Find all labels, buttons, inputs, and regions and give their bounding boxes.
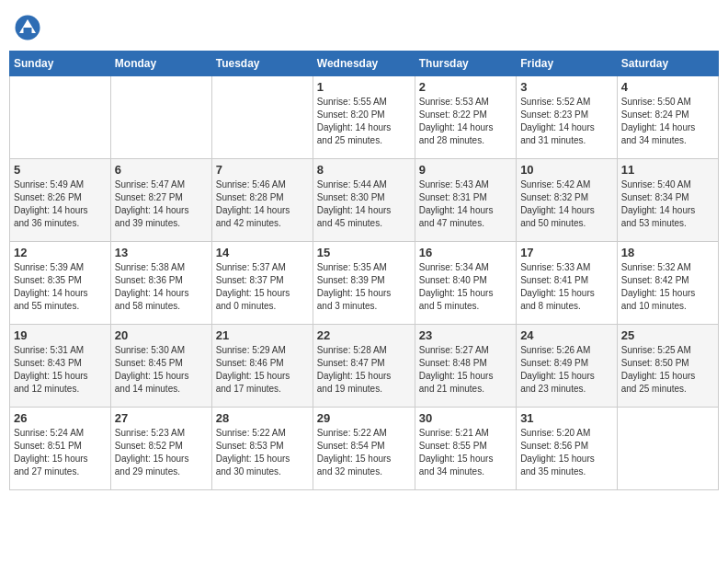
calendar-day-29: 29Sunrise: 5:22 AM Sunset: 8:54 PM Dayli…	[313, 408, 415, 490]
calendar-week-row: 19Sunrise: 5:31 AM Sunset: 8:43 PM Dayli…	[10, 325, 719, 408]
day-number: 27	[115, 411, 208, 425]
day-info: Sunrise: 5:38 AM Sunset: 8:36 PM Dayligh…	[115, 261, 208, 313]
calendar-day-22: 22Sunrise: 5:28 AM Sunset: 8:47 PM Dayli…	[313, 325, 415, 408]
calendar-day-20: 20Sunrise: 5:30 AM Sunset: 8:45 PM Dayli…	[110, 325, 211, 408]
day-info: Sunrise: 5:43 AM Sunset: 8:31 PM Dayligh…	[419, 178, 512, 230]
day-number: 24	[520, 328, 613, 342]
day-number: 14	[216, 246, 309, 259]
day-info: Sunrise: 5:34 AM Sunset: 8:40 PM Dayligh…	[419, 261, 512, 313]
calendar-empty-cell	[10, 76, 111, 159]
day-info: Sunrise: 5:31 AM Sunset: 8:43 PM Dayligh…	[14, 344, 107, 396]
day-number: 6	[115, 163, 208, 177]
day-number: 12	[14, 246, 107, 259]
day-number: 22	[317, 328, 411, 342]
calendar-day-28: 28Sunrise: 5:22 AM Sunset: 8:53 PM Dayli…	[211, 408, 313, 490]
day-number: 21	[216, 328, 309, 342]
calendar-header-monday: Monday	[110, 52, 211, 76]
calendar-day-2: 2Sunrise: 5:53 AM Sunset: 8:22 PM Daylig…	[415, 76, 516, 159]
day-info: Sunrise: 5:30 AM Sunset: 8:45 PM Dayligh…	[115, 344, 208, 396]
day-number: 31	[520, 411, 613, 425]
day-info: Sunrise: 5:22 AM Sunset: 8:54 PM Dayligh…	[317, 427, 411, 478]
calendar-day-19: 19Sunrise: 5:31 AM Sunset: 8:43 PM Dayli…	[10, 325, 111, 408]
day-number: 2	[419, 80, 512, 94]
day-info: Sunrise: 5:29 AM Sunset: 8:46 PM Dayligh…	[216, 344, 309, 396]
day-number: 19	[14, 328, 107, 342]
calendar-day-18: 18Sunrise: 5:32 AM Sunset: 8:42 PM Dayli…	[617, 242, 718, 325]
calendar-day-27: 27Sunrise: 5:23 AM Sunset: 8:52 PM Dayli…	[110, 408, 211, 490]
day-info: Sunrise: 5:27 AM Sunset: 8:48 PM Dayligh…	[419, 344, 512, 396]
calendar-day-15: 15Sunrise: 5:35 AM Sunset: 8:39 PM Dayli…	[313, 242, 415, 325]
calendar-header-wednesday: Wednesday	[313, 52, 415, 76]
calendar-empty-cell	[211, 76, 313, 159]
page-header	[9, 9, 719, 41]
calendar-day-24: 24Sunrise: 5:26 AM Sunset: 8:49 PM Dayli…	[517, 325, 618, 408]
day-info: Sunrise: 5:25 AM Sunset: 8:50 PM Dayligh…	[621, 344, 714, 396]
calendar-header-tuesday: Tuesday	[211, 52, 313, 76]
day-number: 29	[317, 411, 411, 425]
calendar-day-25: 25Sunrise: 5:25 AM Sunset: 8:50 PM Dayli…	[617, 325, 718, 408]
calendar-day-16: 16Sunrise: 5:34 AM Sunset: 8:40 PM Dayli…	[415, 242, 516, 325]
day-number: 30	[419, 411, 512, 425]
day-info: Sunrise: 5:23 AM Sunset: 8:52 PM Dayligh…	[115, 427, 208, 478]
calendar-day-3: 3Sunrise: 5:52 AM Sunset: 8:23 PM Daylig…	[517, 76, 618, 159]
calendar-week-row: 1Sunrise: 5:55 AM Sunset: 8:20 PM Daylig…	[10, 76, 719, 159]
calendar-day-8: 8Sunrise: 5:44 AM Sunset: 8:30 PM Daylig…	[313, 159, 415, 242]
day-number: 15	[317, 246, 411, 259]
day-info: Sunrise: 5:24 AM Sunset: 8:51 PM Dayligh…	[14, 427, 107, 478]
calendar-day-9: 9Sunrise: 5:43 AM Sunset: 8:31 PM Daylig…	[415, 159, 516, 242]
day-number: 20	[115, 328, 208, 342]
calendar-header-thursday: Thursday	[415, 52, 516, 76]
day-number: 18	[621, 246, 714, 259]
calendar-day-11: 11Sunrise: 5:40 AM Sunset: 8:34 PM Dayli…	[617, 159, 718, 242]
day-number: 26	[14, 411, 107, 425]
calendar-week-row: 5Sunrise: 5:49 AM Sunset: 8:26 PM Daylig…	[10, 159, 719, 242]
calendar-day-13: 13Sunrise: 5:38 AM Sunset: 8:36 PM Dayli…	[110, 242, 211, 325]
day-info: Sunrise: 5:39 AM Sunset: 8:35 PM Dayligh…	[14, 261, 107, 313]
day-info: Sunrise: 5:28 AM Sunset: 8:47 PM Dayligh…	[317, 344, 411, 396]
calendar-day-21: 21Sunrise: 5:29 AM Sunset: 8:46 PM Dayli…	[211, 325, 313, 408]
day-info: Sunrise: 5:52 AM Sunset: 8:23 PM Dayligh…	[520, 96, 613, 147]
calendar-table: SundayMondayTuesdayWednesdayThursdayFrid…	[9, 51, 719, 490]
logo	[14, 14, 44, 41]
day-number: 8	[317, 163, 411, 177]
calendar-day-23: 23Sunrise: 5:27 AM Sunset: 8:48 PM Dayli…	[415, 325, 516, 408]
calendar-day-14: 14Sunrise: 5:37 AM Sunset: 8:37 PM Dayli…	[211, 242, 313, 325]
svg-rect-2	[24, 28, 32, 35]
calendar-header-friday: Friday	[517, 52, 618, 76]
day-info: Sunrise: 5:37 AM Sunset: 8:37 PM Dayligh…	[216, 261, 309, 313]
calendar-header-sunday: Sunday	[10, 52, 111, 76]
calendar-week-row: 26Sunrise: 5:24 AM Sunset: 8:51 PM Dayli…	[10, 408, 719, 490]
day-info: Sunrise: 5:50 AM Sunset: 8:24 PM Dayligh…	[621, 96, 714, 147]
day-number: 13	[115, 246, 208, 259]
day-info: Sunrise: 5:47 AM Sunset: 8:27 PM Dayligh…	[115, 178, 208, 230]
calendar-empty-cell	[110, 76, 211, 159]
calendar-empty-cell	[617, 408, 718, 490]
day-info: Sunrise: 5:53 AM Sunset: 8:22 PM Dayligh…	[419, 96, 512, 147]
day-info: Sunrise: 5:40 AM Sunset: 8:34 PM Dayligh…	[621, 178, 714, 230]
calendar-day-26: 26Sunrise: 5:24 AM Sunset: 8:51 PM Dayli…	[10, 408, 111, 490]
calendar-day-10: 10Sunrise: 5:42 AM Sunset: 8:32 PM Dayli…	[517, 159, 618, 242]
day-number: 3	[520, 80, 613, 94]
day-number: 17	[520, 246, 613, 259]
calendar-day-12: 12Sunrise: 5:39 AM Sunset: 8:35 PM Dayli…	[10, 242, 111, 325]
calendar-day-7: 7Sunrise: 5:46 AM Sunset: 8:28 PM Daylig…	[211, 159, 313, 242]
day-number: 7	[216, 163, 309, 177]
calendar-week-row: 12Sunrise: 5:39 AM Sunset: 8:35 PM Dayli…	[10, 242, 719, 325]
day-info: Sunrise: 5:55 AM Sunset: 8:20 PM Dayligh…	[317, 96, 411, 147]
day-info: Sunrise: 5:20 AM Sunset: 8:56 PM Dayligh…	[520, 427, 613, 478]
calendar-day-5: 5Sunrise: 5:49 AM Sunset: 8:26 PM Daylig…	[10, 159, 111, 242]
day-number: 28	[216, 411, 309, 425]
calendar-day-31: 31Sunrise: 5:20 AM Sunset: 8:56 PM Dayli…	[517, 408, 618, 490]
day-number: 1	[317, 80, 411, 94]
day-info: Sunrise: 5:33 AM Sunset: 8:41 PM Dayligh…	[520, 261, 613, 313]
day-number: 10	[520, 163, 613, 177]
day-info: Sunrise: 5:21 AM Sunset: 8:55 PM Dayligh…	[419, 427, 512, 478]
day-info: Sunrise: 5:26 AM Sunset: 8:49 PM Dayligh…	[520, 344, 613, 396]
day-info: Sunrise: 5:42 AM Sunset: 8:32 PM Dayligh…	[520, 178, 613, 230]
day-number: 11	[621, 163, 714, 177]
day-info: Sunrise: 5:35 AM Sunset: 8:39 PM Dayligh…	[317, 261, 411, 313]
calendar-day-17: 17Sunrise: 5:33 AM Sunset: 8:41 PM Dayli…	[517, 242, 618, 325]
logo-icon	[14, 14, 41, 41]
day-info: Sunrise: 5:22 AM Sunset: 8:53 PM Dayligh…	[216, 427, 309, 478]
day-number: 4	[621, 80, 714, 94]
